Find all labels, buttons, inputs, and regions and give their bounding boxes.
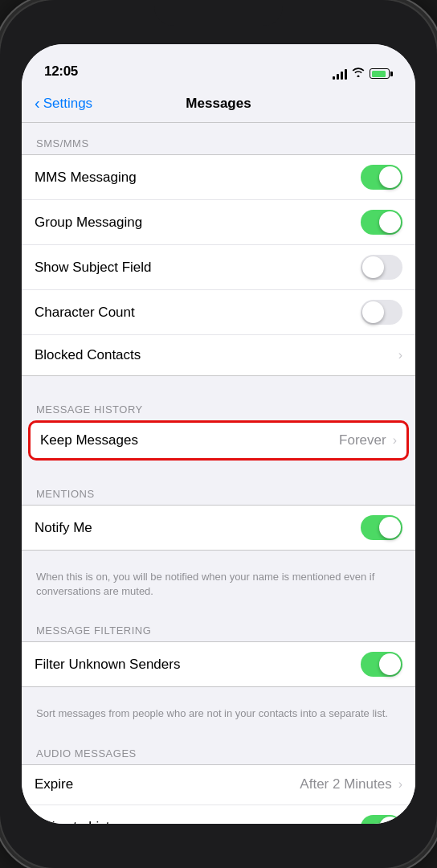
group-messaging-toggle[interactable] bbox=[361, 210, 402, 235]
sms-mms-header: SMS/MMS bbox=[22, 123, 415, 154]
expire-row[interactable]: Expire After 2 Minutes › bbox=[22, 765, 415, 805]
back-button[interactable]: ‹ Settings bbox=[35, 96, 92, 112]
blocked-contacts-row[interactable]: Blocked Contacts › bbox=[22, 335, 415, 375]
sms-mms-group: MMS Messaging Group Messaging Show Subje… bbox=[22, 154, 415, 376]
character-count-label: Character Count bbox=[35, 305, 135, 321]
message-history-header: MESSAGE HISTORY bbox=[22, 389, 415, 420]
audio-messages-header: AUDIO MESSAGES bbox=[22, 733, 415, 764]
filter-unknown-senders-label: Filter Unknown Senders bbox=[35, 657, 180, 673]
toggle-thumb bbox=[362, 256, 384, 278]
status-time: 12:05 bbox=[44, 63, 78, 80]
show-subject-field-toggle[interactable] bbox=[361, 255, 402, 280]
back-arrow-icon: ‹ bbox=[35, 95, 40, 111]
chevron-right-icon: › bbox=[393, 433, 397, 448]
chevron-right-icon: › bbox=[398, 777, 402, 792]
notify-me-label: Notify Me bbox=[35, 520, 92, 536]
screen: 12:05 bbox=[22, 44, 415, 824]
nav-bar: ‹ Settings Messages bbox=[22, 84, 415, 123]
mentions-header: MENTIONS bbox=[22, 473, 415, 505]
toggle-thumb bbox=[379, 817, 401, 824]
message-history-section: MESSAGE HISTORY Keep Messages Forever › bbox=[22, 389, 415, 461]
group-messaging-row[interactable]: Group Messaging bbox=[22, 200, 415, 245]
keep-messages-value: Forever bbox=[339, 432, 386, 448]
wifi-icon bbox=[352, 68, 365, 80]
expire-label: Expire bbox=[35, 776, 73, 792]
expire-right: After 2 Minutes › bbox=[300, 776, 402, 792]
chevron-right-icon: › bbox=[398, 348, 402, 362]
notify-me-row[interactable]: Notify Me bbox=[22, 506, 415, 550]
mentions-group: Notify Me bbox=[22, 505, 415, 551]
audio-messages-section: AUDIO MESSAGES Expire After 2 Minutes › … bbox=[22, 733, 415, 824]
sms-mms-section: SMS/MMS MMS Messaging Group Messaging bbox=[22, 123, 415, 376]
filter-unknown-senders-toggle[interactable] bbox=[361, 652, 402, 677]
character-count-toggle[interactable] bbox=[361, 300, 402, 325]
raise-to-listen-toggle[interactable] bbox=[361, 815, 402, 824]
keep-messages-right: Forever › bbox=[339, 432, 397, 448]
toggle-thumb bbox=[379, 653, 401, 675]
message-filtering-header: MESSAGE FILTERING bbox=[22, 610, 415, 641]
back-label: Settings bbox=[43, 96, 92, 112]
mms-messaging-toggle[interactable] bbox=[361, 165, 402, 190]
character-count-row[interactable]: Character Count bbox=[22, 290, 415, 335]
message-filtering-group: Filter Unknown Senders bbox=[22, 641, 415, 687]
message-filtering-footnote: Sort messages from people who are not in… bbox=[22, 700, 415, 732]
blocked-contacts-right: › bbox=[398, 348, 402, 362]
toggle-thumb bbox=[379, 517, 401, 538]
mentions-section: MENTIONS Notify Me When this is on, you … bbox=[22, 473, 415, 610]
filter-unknown-senders-row[interactable]: Filter Unknown Senders bbox=[22, 642, 415, 686]
message-history-group: Keep Messages Forever › bbox=[22, 420, 415, 461]
blocked-contacts-label: Blocked Contacts bbox=[35, 347, 141, 363]
phone-frame: 12:05 bbox=[0, 0, 437, 868]
signal-bars-icon bbox=[333, 68, 347, 80]
page-title: Messages bbox=[186, 96, 251, 112]
mentions-footnote: When this is on, you will be notified wh… bbox=[22, 563, 415, 610]
mms-messaging-label: MMS Messaging bbox=[35, 170, 137, 186]
status-icons bbox=[333, 68, 393, 80]
notify-me-toggle[interactable] bbox=[361, 515, 402, 540]
show-subject-field-label: Show Subject Field bbox=[35, 260, 152, 276]
battery-icon bbox=[370, 68, 393, 79]
keep-messages-label: Keep Messages bbox=[40, 432, 138, 448]
show-subject-field-row[interactable]: Show Subject Field bbox=[22, 245, 415, 290]
toggle-thumb bbox=[379, 211, 401, 233]
expire-value: After 2 Minutes bbox=[300, 776, 391, 792]
mms-messaging-row[interactable]: MMS Messaging bbox=[22, 155, 415, 200]
raise-to-listen-label: Raise to Listen bbox=[35, 819, 125, 824]
notch bbox=[154, 0, 283, 26]
group-messaging-label: Group Messaging bbox=[35, 215, 142, 231]
keep-messages-row[interactable]: Keep Messages Forever › bbox=[28, 420, 409, 461]
content-area: SMS/MMS MMS Messaging Group Messaging bbox=[22, 123, 415, 824]
toggle-thumb bbox=[362, 301, 384, 323]
raise-to-listen-row[interactable]: Raise to Listen bbox=[22, 805, 415, 824]
toggle-thumb bbox=[379, 166, 401, 188]
message-filtering-section: MESSAGE FILTERING Filter Unknown Senders… bbox=[22, 610, 415, 732]
status-bar: 12:05 bbox=[22, 44, 415, 84]
audio-messages-group: Expire After 2 Minutes › Raise to Listen bbox=[22, 764, 415, 824]
